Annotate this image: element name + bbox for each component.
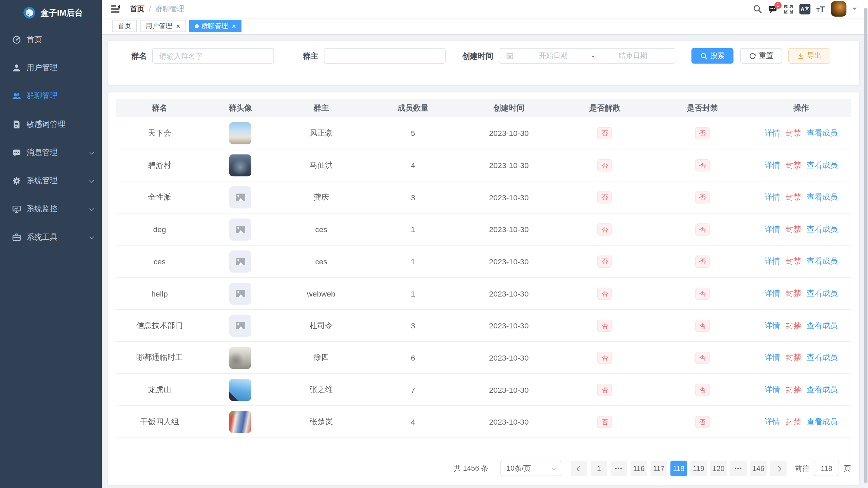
banned-cell: 否	[653, 191, 752, 203]
search-icon[interactable]	[753, 4, 762, 14]
ban-link[interactable]: 封禁	[786, 352, 801, 362]
group-name-input[interactable]	[152, 48, 274, 64]
pagination: 共 1456 条 10条/页 1 ••• 116 117 118 119 120…	[116, 461, 851, 476]
member-count-cell: 1	[365, 257, 462, 266]
group-avatar	[229, 186, 251, 208]
group-owner-cell: 马仙洪	[278, 160, 365, 170]
ban-link[interactable]: 封禁	[786, 385, 801, 394]
group-name-label: 群名	[131, 48, 147, 64]
page-number-button[interactable]: 117	[651, 461, 667, 476]
view-members-link[interactable]: 查看成员	[807, 385, 837, 394]
notification-message-icon[interactable]: 1	[768, 4, 778, 14]
view-members-link[interactable]: 查看成员	[807, 256, 837, 266]
group-avatar	[229, 346, 251, 368]
breadcrumb-home[interactable]: 首页	[130, 4, 144, 14]
page-number-button[interactable]: 146	[750, 461, 767, 476]
banned-badge: 否	[695, 319, 710, 331]
page-size-select[interactable]: 10条/页	[500, 461, 561, 476]
ban-link[interactable]: 封禁	[786, 417, 801, 427]
page-number-button[interactable]: •••	[730, 461, 747, 476]
view-members-link[interactable]: 查看成员	[807, 288, 837, 298]
user-menu-caret-icon[interactable]	[852, 8, 857, 12]
page-number-button[interactable]: 116	[631, 461, 647, 476]
ban-link[interactable]: 封禁	[786, 256, 801, 266]
sidebar-item-system-tools[interactable]: 系统工具	[0, 223, 102, 251]
view-members-link[interactable]: 查看成员	[807, 417, 837, 427]
detail-link[interactable]: 详情	[765, 160, 780, 170]
page-number-button[interactable]: 118	[670, 461, 687, 476]
detail-link[interactable]: 详情	[765, 417, 780, 427]
date-range-picker[interactable]: 开始日期 - 结束日期	[499, 48, 675, 64]
tab-group-management[interactable]: 群聊管理 ×	[189, 20, 241, 32]
ban-link[interactable]: 封禁	[786, 224, 801, 234]
detail-link[interactable]: 详情	[765, 224, 780, 234]
page-content: 群名 群主 创建时间 开始日期 - 结束日期	[102, 35, 868, 488]
banned-cell: 否	[653, 415, 752, 428]
sidebar-item-users[interactable]: 用户管理	[0, 54, 102, 82]
view-members-link[interactable]: 查看成员	[807, 128, 837, 138]
sidebar-collapse-icon[interactable]	[111, 4, 120, 14]
view-members-link[interactable]: 查看成员	[807, 352, 837, 362]
sidebar-item-messages[interactable]: 消息管理	[0, 138, 102, 166]
ban-link[interactable]: 封禁	[786, 128, 801, 138]
create-time-cell: 2023-10-30	[462, 128, 556, 137]
detail-link[interactable]: 详情	[765, 288, 780, 298]
banned-badge: 否	[695, 351, 710, 364]
group-name-cell: hellp	[116, 289, 203, 298]
group-owner-input[interactable]	[324, 48, 446, 64]
search-button[interactable]: 搜索	[691, 48, 733, 64]
fullscreen-icon[interactable]	[784, 4, 793, 14]
detail-link[interactable]: 详情	[765, 321, 780, 330]
language-translate-icon[interactable]: A文	[799, 4, 810, 14]
page-number-button[interactable]: 1	[591, 461, 607, 476]
reset-button[interactable]: 重置	[740, 48, 782, 64]
user-icon	[12, 63, 21, 72]
main-area: 首页 / 群聊管理 1	[102, 0, 868, 488]
ban-link[interactable]: 封禁	[786, 160, 801, 170]
dissolved-cell: 否	[556, 127, 653, 139]
sidebar-item-home[interactable]: 首页	[0, 25, 102, 54]
sidebar-item-sensitive-words[interactable]: 敏感词管理	[0, 110, 102, 138]
page-number-button[interactable]: •••	[611, 461, 627, 476]
ban-link[interactable]: 封禁	[786, 288, 801, 298]
goto-page-input[interactable]	[814, 461, 839, 476]
group-avatar	[229, 411, 251, 433]
actions-cell: 详情 封禁 查看成员	[752, 224, 851, 234]
prev-page-button[interactable]	[571, 461, 587, 476]
tab-home[interactable]: 首页	[112, 20, 137, 32]
actions-cell: 详情 封禁 查看成员	[752, 256, 851, 266]
create-time-cell: 2023-10-30	[462, 417, 556, 426]
view-members-link[interactable]: 查看成员	[807, 160, 837, 170]
close-icon[interactable]: ×	[232, 22, 236, 29]
ban-link[interactable]: 封禁	[786, 192, 801, 202]
sidebar-item-system-management[interactable]: 系统管理	[0, 166, 102, 195]
view-members-link[interactable]: 查看成员	[807, 192, 837, 202]
view-members-link[interactable]: 查看成员	[807, 321, 837, 330]
user-avatar[interactable]	[831, 1, 847, 17]
page-number-button[interactable]: 120	[710, 461, 727, 476]
close-icon[interactable]: ×	[176, 22, 180, 29]
font-size-icon[interactable]: TT	[816, 4, 825, 14]
group-name-cell: 信息技术部门	[116, 321, 203, 330]
view-members-link[interactable]: 查看成员	[807, 224, 837, 234]
group-avatar-cell	[203, 218, 278, 240]
table-body: 天下会 风正豪 5 2023-10-30 否 否 详情 封禁 查看成员 碧游村 …	[116, 117, 851, 438]
member-count-cell: 3	[365, 321, 462, 330]
sidebar-item-system-monitor[interactable]: 系统监控	[0, 195, 102, 223]
detail-link[interactable]: 详情	[765, 128, 780, 138]
detail-link[interactable]: 详情	[765, 385, 780, 394]
export-button[interactable]: 导出	[788, 48, 830, 64]
ban-link[interactable]: 封禁	[786, 321, 801, 330]
detail-link[interactable]: 详情	[765, 192, 780, 202]
group-owner-label: 群主	[303, 48, 319, 64]
detail-link[interactable]: 详情	[765, 256, 780, 266]
banned-badge: 否	[695, 415, 710, 428]
tab-user-management[interactable]: 用户管理 ×	[140, 20, 186, 32]
page-number-button[interactable]: 119	[690, 461, 707, 476]
next-page-button[interactable]	[770, 461, 787, 476]
scrollbar-thumb[interactable]	[864, 8, 868, 484]
table-row: 信息技术部门 杜司令 3 2023-10-30 否 否 详情 封禁 查看成员	[116, 310, 851, 342]
message-icon	[12, 148, 21, 157]
sidebar-item-groups[interactable]: 群聊管理	[0, 82, 102, 110]
detail-link[interactable]: 详情	[765, 352, 780, 362]
